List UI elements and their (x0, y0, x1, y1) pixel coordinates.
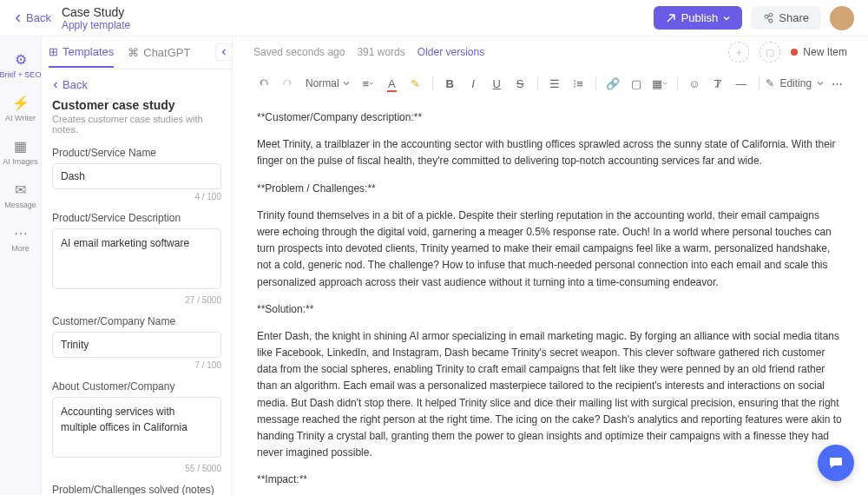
product-desc-input[interactable]: AI email marketing software (52, 228, 221, 289)
char-count: 4 / 100 (52, 192, 221, 201)
chat-fab-button[interactable] (818, 445, 854, 481)
image-button[interactable]: ▢ (627, 72, 647, 95)
chat-icon (827, 454, 845, 472)
chevron-down-icon (723, 15, 730, 22)
undo-button[interactable] (253, 72, 273, 95)
chevron-left-icon (220, 49, 227, 56)
paragraph: Meet Trinity, a trailblazer in the accou… (257, 136, 844, 169)
template-title: Customer case study (52, 98, 221, 112)
tab-label: ChatGPT (143, 46, 190, 59)
nav-brief-seo[interactable]: ⚙ Brief + SEO (0, 43, 42, 87)
format-select[interactable]: Normal (300, 77, 355, 89)
nav-label: More (11, 244, 30, 253)
bullet-list-button[interactable]: ☰ (545, 72, 565, 95)
bolt-icon: ⚡ (12, 95, 30, 111)
field-label: Product/Service Description (52, 212, 221, 224)
nav-ai-images[interactable]: ▦ AI Images (0, 130, 42, 174)
chevron-down-icon (662, 81, 667, 86)
align-button[interactable]: ≡ (358, 72, 378, 95)
emoji-button[interactable]: ☺ (684, 72, 704, 95)
document-title: Case Study (62, 5, 130, 19)
top-right-actions: Publish Share (654, 6, 854, 30)
template-back-button[interactable]: Back (52, 78, 221, 91)
person-plus-icon: ＋ (734, 46, 744, 59)
nav-label: Message (4, 201, 36, 209)
heading: **Impact:** (257, 472, 844, 488)
top-bar: Back Case Study Apply template Publish S… (0, 0, 868, 36)
tab-label: Templates (62, 45, 114, 58)
nav-label: AI Images (3, 157, 38, 166)
text-color-button[interactable]: A (382, 72, 402, 95)
field-label: Product/Service Name (52, 147, 221, 159)
numbered-list-button[interactable]: ⁝≡ (569, 72, 589, 95)
chevron-down-icon (817, 80, 824, 87)
editor-toolbar: Normal ≡ A ✎ B I U S ☰ ⁝≡ 🔗 ▢ ▦ ☺ T̷ — ✎ (233, 68, 868, 99)
title-area: Case Study Apply template (62, 5, 130, 31)
red-dot-icon (791, 49, 798, 56)
nav-label: Brief + SEO (0, 70, 41, 79)
heading: **Solution:** (257, 301, 844, 318)
bold-button[interactable]: B (440, 72, 460, 95)
share-button[interactable]: Share (751, 6, 821, 30)
template-body: Back Customer case study Creates custome… (42, 69, 232, 495)
tab-templates[interactable]: ⊞ Templates (49, 37, 114, 68)
apply-template-link[interactable]: Apply template (62, 19, 130, 31)
underline-button[interactable]: U (487, 72, 507, 95)
chevron-down-icon (369, 81, 374, 86)
publish-label: Publish (681, 11, 719, 24)
link-button[interactable]: 🔗 (603, 72, 623, 95)
char-count: 7 / 100 (52, 360, 221, 370)
product-name-input[interactable] (52, 163, 221, 189)
clear-format-button[interactable]: T̷ (707, 72, 727, 95)
editing-mode-select[interactable]: ✎ Editing (766, 77, 824, 89)
status-bar: Saved seconds ago 391 words Older versio… (233, 36, 868, 68)
nav-ai-writer[interactable]: ⚡ AI Writer (0, 87, 42, 130)
content-area: Saved seconds ago 391 words Older versio… (233, 36, 868, 495)
message-icon: ✉ (15, 182, 26, 198)
share-label: Share (779, 11, 809, 24)
back-button[interactable]: Back (14, 11, 51, 24)
customer-name-input[interactable] (52, 332, 221, 358)
nav-message[interactable]: ✉ Message (0, 174, 42, 217)
add-image-button[interactable]: ▢ (760, 42, 780, 63)
collapse-panel-button[interactable] (215, 43, 233, 61)
image-icon: ▦ (14, 138, 27, 155)
field-product-name: Product/Service Name 4 / 100 (52, 147, 221, 201)
add-collaborator-button[interactable]: ＋ (728, 42, 749, 63)
heading: **Customer/Company description:** (257, 109, 844, 126)
avatar[interactable] (830, 6, 854, 30)
status-right: ＋ ▢ New Item (728, 42, 847, 63)
grid-icon: ⊞ (49, 45, 58, 58)
divider-button[interactable]: — (731, 72, 751, 95)
nav-rail: ⚙ Brief + SEO ⚡ AI Writer ▦ AI Images ✉ … (0, 36, 42, 495)
paragraph: Enter Dash, the knight in shining AI arm… (257, 328, 844, 462)
paragraph: Trinity found themselves in a bit of a p… (257, 208, 844, 291)
undo-icon (258, 77, 270, 89)
editor-content[interactable]: **Customer/Company description:** Meet T… (233, 99, 868, 495)
chevron-left-icon (14, 14, 23, 23)
tab-chatgpt[interactable]: ⌘ ChatGPT (128, 38, 190, 67)
nav-more[interactable]: ⋯ More (0, 217, 42, 261)
older-versions-link[interactable]: Older versions (418, 46, 484, 58)
more-options-button[interactable]: ⋯ (827, 72, 847, 95)
field-label: Problem/Challenges solved (notes) (52, 484, 221, 495)
field-about-customer: About Customer/Company Accounting servic… (52, 380, 221, 473)
back-label: Back (26, 11, 51, 24)
new-item-indicator[interactable]: New Item (791, 46, 847, 58)
about-customer-input[interactable]: Accounting services with multiple office… (52, 397, 221, 458)
publish-button[interactable]: Publish (654, 6, 743, 30)
table-button[interactable]: ▦ (650, 72, 670, 95)
gear-icon: ⚙ (15, 51, 27, 68)
strikethrough-button[interactable]: S (510, 72, 530, 95)
highlight-button[interactable]: ✎ (405, 72, 425, 95)
more-icon: ⋯ (14, 225, 28, 241)
heading: **Problem / Challenges:** (257, 181, 844, 197)
panel-tabs: ⊞ Templates ⌘ ChatGPT (42, 36, 232, 69)
chat-icon: ⌘ (128, 46, 139, 59)
char-count: 55 / 5000 (52, 464, 221, 473)
redo-button[interactable] (277, 72, 297, 95)
field-label: About Customer/Company (52, 380, 221, 393)
chevron-left-icon (52, 82, 59, 89)
italic-button[interactable]: I (464, 72, 483, 95)
template-description: Creates customer case studies with notes… (52, 114, 221, 135)
